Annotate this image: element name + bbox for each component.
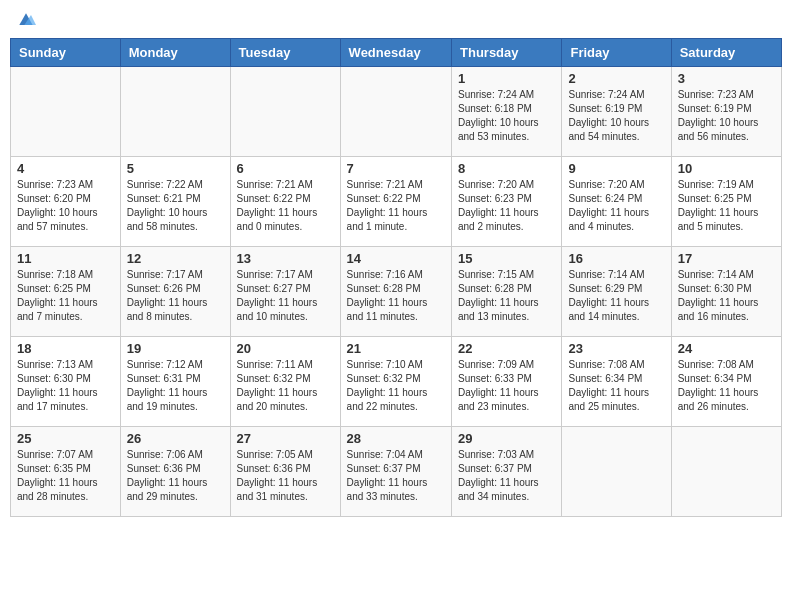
weekday-header-tuesday: Tuesday	[230, 39, 340, 67]
calendar-week-row: 25Sunrise: 7:07 AM Sunset: 6:35 PM Dayli…	[11, 427, 782, 517]
day-info: Sunrise: 7:06 AM Sunset: 6:36 PM Dayligh…	[127, 448, 224, 504]
day-number: 4	[17, 161, 114, 176]
day-info: Sunrise: 7:07 AM Sunset: 6:35 PM Dayligh…	[17, 448, 114, 504]
logo	[14, 10, 38, 30]
calendar-cell: 24Sunrise: 7:08 AM Sunset: 6:34 PM Dayli…	[671, 337, 781, 427]
day-number: 28	[347, 431, 445, 446]
day-info: Sunrise: 7:14 AM Sunset: 6:30 PM Dayligh…	[678, 268, 775, 324]
day-info: Sunrise: 7:04 AM Sunset: 6:37 PM Dayligh…	[347, 448, 445, 504]
calendar-cell: 29Sunrise: 7:03 AM Sunset: 6:37 PM Dayli…	[452, 427, 562, 517]
day-info: Sunrise: 7:12 AM Sunset: 6:31 PM Dayligh…	[127, 358, 224, 414]
calendar-cell: 26Sunrise: 7:06 AM Sunset: 6:36 PM Dayli…	[120, 427, 230, 517]
calendar-cell: 3Sunrise: 7:23 AM Sunset: 6:19 PM Daylig…	[671, 67, 781, 157]
day-number: 3	[678, 71, 775, 86]
day-info: Sunrise: 7:23 AM Sunset: 6:20 PM Dayligh…	[17, 178, 114, 234]
weekday-header-saturday: Saturday	[671, 39, 781, 67]
calendar-cell: 17Sunrise: 7:14 AM Sunset: 6:30 PM Dayli…	[671, 247, 781, 337]
calendar-cell: 22Sunrise: 7:09 AM Sunset: 6:33 PM Dayli…	[452, 337, 562, 427]
calendar-cell: 12Sunrise: 7:17 AM Sunset: 6:26 PM Dayli…	[120, 247, 230, 337]
calendar-cell	[11, 67, 121, 157]
day-number: 24	[678, 341, 775, 356]
calendar-cell: 16Sunrise: 7:14 AM Sunset: 6:29 PM Dayli…	[562, 247, 671, 337]
calendar-cell	[340, 67, 451, 157]
calendar-cell: 4Sunrise: 7:23 AM Sunset: 6:20 PM Daylig…	[11, 157, 121, 247]
day-info: Sunrise: 7:17 AM Sunset: 6:26 PM Dayligh…	[127, 268, 224, 324]
day-info: Sunrise: 7:08 AM Sunset: 6:34 PM Dayligh…	[568, 358, 664, 414]
calendar-cell: 6Sunrise: 7:21 AM Sunset: 6:22 PM Daylig…	[230, 157, 340, 247]
calendar-cell: 19Sunrise: 7:12 AM Sunset: 6:31 PM Dayli…	[120, 337, 230, 427]
day-number: 8	[458, 161, 555, 176]
calendar-cell	[120, 67, 230, 157]
day-number: 7	[347, 161, 445, 176]
calendar-cell: 23Sunrise: 7:08 AM Sunset: 6:34 PM Dayli…	[562, 337, 671, 427]
calendar-cell: 13Sunrise: 7:17 AM Sunset: 6:27 PM Dayli…	[230, 247, 340, 337]
day-info: Sunrise: 7:08 AM Sunset: 6:34 PM Dayligh…	[678, 358, 775, 414]
day-info: Sunrise: 7:10 AM Sunset: 6:32 PM Dayligh…	[347, 358, 445, 414]
calendar-cell: 1Sunrise: 7:24 AM Sunset: 6:18 PM Daylig…	[452, 67, 562, 157]
calendar-cell: 15Sunrise: 7:15 AM Sunset: 6:28 PM Dayli…	[452, 247, 562, 337]
day-number: 11	[17, 251, 114, 266]
day-info: Sunrise: 7:05 AM Sunset: 6:36 PM Dayligh…	[237, 448, 334, 504]
day-number: 21	[347, 341, 445, 356]
calendar-cell	[562, 427, 671, 517]
day-number: 1	[458, 71, 555, 86]
day-number: 23	[568, 341, 664, 356]
day-info: Sunrise: 7:19 AM Sunset: 6:25 PM Dayligh…	[678, 178, 775, 234]
day-number: 16	[568, 251, 664, 266]
day-number: 29	[458, 431, 555, 446]
day-info: Sunrise: 7:24 AM Sunset: 6:18 PM Dayligh…	[458, 88, 555, 144]
calendar-cell	[230, 67, 340, 157]
calendar-cell: 7Sunrise: 7:21 AM Sunset: 6:22 PM Daylig…	[340, 157, 451, 247]
calendar-cell: 18Sunrise: 7:13 AM Sunset: 6:30 PM Dayli…	[11, 337, 121, 427]
day-number: 2	[568, 71, 664, 86]
weekday-header-row: SundayMondayTuesdayWednesdayThursdayFrid…	[11, 39, 782, 67]
day-info: Sunrise: 7:16 AM Sunset: 6:28 PM Dayligh…	[347, 268, 445, 324]
day-number: 6	[237, 161, 334, 176]
day-number: 10	[678, 161, 775, 176]
day-number: 17	[678, 251, 775, 266]
calendar-cell: 27Sunrise: 7:05 AM Sunset: 6:36 PM Dayli…	[230, 427, 340, 517]
calendar-cell: 14Sunrise: 7:16 AM Sunset: 6:28 PM Dayli…	[340, 247, 451, 337]
day-info: Sunrise: 7:20 AM Sunset: 6:24 PM Dayligh…	[568, 178, 664, 234]
calendar-cell: 5Sunrise: 7:22 AM Sunset: 6:21 PM Daylig…	[120, 157, 230, 247]
calendar-week-row: 4Sunrise: 7:23 AM Sunset: 6:20 PM Daylig…	[11, 157, 782, 247]
calendar-cell: 9Sunrise: 7:20 AM Sunset: 6:24 PM Daylig…	[562, 157, 671, 247]
calendar-table: SundayMondayTuesdayWednesdayThursdayFrid…	[10, 38, 782, 517]
day-number: 9	[568, 161, 664, 176]
day-number: 13	[237, 251, 334, 266]
page-header	[10, 10, 782, 30]
day-number: 27	[237, 431, 334, 446]
day-number: 12	[127, 251, 224, 266]
day-info: Sunrise: 7:22 AM Sunset: 6:21 PM Dayligh…	[127, 178, 224, 234]
calendar-week-row: 18Sunrise: 7:13 AM Sunset: 6:30 PM Dayli…	[11, 337, 782, 427]
day-number: 20	[237, 341, 334, 356]
day-info: Sunrise: 7:20 AM Sunset: 6:23 PM Dayligh…	[458, 178, 555, 234]
day-info: Sunrise: 7:15 AM Sunset: 6:28 PM Dayligh…	[458, 268, 555, 324]
day-info: Sunrise: 7:24 AM Sunset: 6:19 PM Dayligh…	[568, 88, 664, 144]
day-info: Sunrise: 7:11 AM Sunset: 6:32 PM Dayligh…	[237, 358, 334, 414]
day-info: Sunrise: 7:09 AM Sunset: 6:33 PM Dayligh…	[458, 358, 555, 414]
day-number: 25	[17, 431, 114, 446]
day-info: Sunrise: 7:03 AM Sunset: 6:37 PM Dayligh…	[458, 448, 555, 504]
weekday-header-thursday: Thursday	[452, 39, 562, 67]
day-number: 18	[17, 341, 114, 356]
day-number: 26	[127, 431, 224, 446]
weekday-header-wednesday: Wednesday	[340, 39, 451, 67]
weekday-header-monday: Monday	[120, 39, 230, 67]
day-info: Sunrise: 7:23 AM Sunset: 6:19 PM Dayligh…	[678, 88, 775, 144]
day-info: Sunrise: 7:21 AM Sunset: 6:22 PM Dayligh…	[237, 178, 334, 234]
calendar-cell: 28Sunrise: 7:04 AM Sunset: 6:37 PM Dayli…	[340, 427, 451, 517]
calendar-cell: 11Sunrise: 7:18 AM Sunset: 6:25 PM Dayli…	[11, 247, 121, 337]
day-info: Sunrise: 7:13 AM Sunset: 6:30 PM Dayligh…	[17, 358, 114, 414]
weekday-header-sunday: Sunday	[11, 39, 121, 67]
calendar-cell: 2Sunrise: 7:24 AM Sunset: 6:19 PM Daylig…	[562, 67, 671, 157]
day-info: Sunrise: 7:17 AM Sunset: 6:27 PM Dayligh…	[237, 268, 334, 324]
day-number: 14	[347, 251, 445, 266]
day-number: 15	[458, 251, 555, 266]
day-number: 19	[127, 341, 224, 356]
day-info: Sunrise: 7:21 AM Sunset: 6:22 PM Dayligh…	[347, 178, 445, 234]
calendar-cell: 25Sunrise: 7:07 AM Sunset: 6:35 PM Dayli…	[11, 427, 121, 517]
weekday-header-friday: Friday	[562, 39, 671, 67]
calendar-cell	[671, 427, 781, 517]
day-number: 22	[458, 341, 555, 356]
